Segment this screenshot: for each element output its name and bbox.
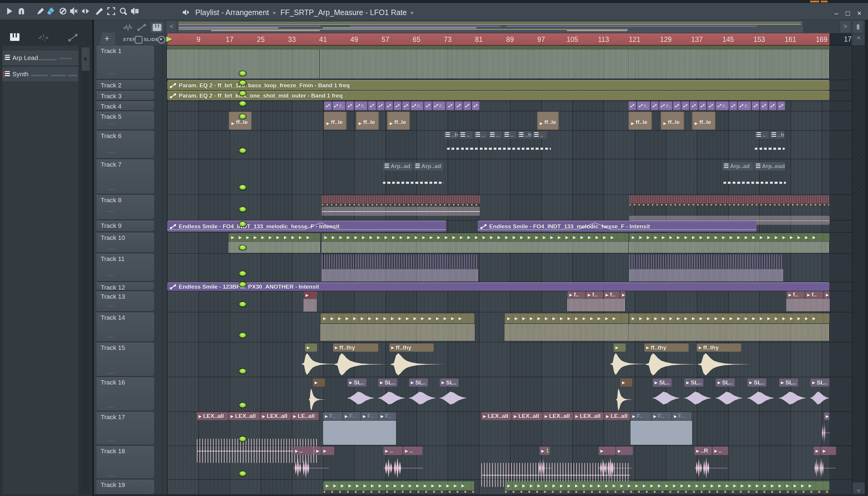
track-header[interactable]: Track 7... — [96, 159, 154, 194]
sample-clip[interactable]: ▶ff..le — [661, 111, 684, 130]
clip-header[interactable]: ▶ff..thy — [333, 343, 378, 352]
waveform-clip[interactable] — [629, 254, 784, 269]
clip-header[interactable]: ▶LEX..all — [512, 412, 542, 420]
track-options-dots[interactable]: ... — [107, 69, 115, 76]
automation-mini-clip[interactable] — [385, 101, 393, 110]
audio-shape-swell[interactable] — [652, 389, 680, 407]
sample-clip[interactable]: ▶ff..le — [692, 111, 715, 130]
track-options-dots[interactable]: ... — [107, 206, 115, 213]
delete-tool-icon[interactable] — [58, 6, 68, 16]
audio-shape-swell[interactable] — [347, 389, 375, 407]
automation-mini-clip[interactable] — [393, 101, 401, 110]
clip-header[interactable]: ▶ — [616, 447, 633, 455]
pattern-item-synth[interactable]: Synth — [2, 67, 78, 81]
clip-header[interactable]: ▶LEX..all — [229, 412, 260, 420]
slip-tool-icon[interactable] — [80, 6, 90, 16]
automation-clip[interactable]: Endless Smile - 123BPM_PX30_ANOTHER - In… — [167, 282, 830, 291]
midi-notes-preview[interactable] — [383, 182, 444, 184]
track-header[interactable]: Track 3 — [96, 91, 154, 100]
audio-shape-swell[interactable] — [778, 389, 806, 407]
scroll-down-button[interactable]: ^ — [852, 482, 865, 494]
scroll-left-button[interactable]: < — [166, 20, 177, 33]
track-mute-led[interactable] — [239, 113, 247, 119]
zoom-handle-button[interactable]: ▮ — [852, 20, 864, 33]
performance-wave-icon[interactable] — [124, 24, 133, 33]
pattern-clip[interactable]: Arp..ad — [383, 162, 413, 171]
waveform-clip[interactable] — [629, 242, 830, 253]
track-header[interactable]: Track 15... — [96, 343, 154, 376]
waveform-clip[interactable] — [320, 49, 629, 78]
sliced-audio-headers[interactable]: ▶▶▶▶▶▶▶▶▶▶▶▶▶▶▶▶▶▶▶▶▶▶▶▶▶ — [629, 313, 830, 323]
waveform-clip[interactable] — [568, 299, 625, 311]
audio-shape-swell[interactable] — [408, 389, 436, 407]
waveform-clip[interactable] — [304, 299, 317, 312]
automation-mini-clip[interactable] — [377, 101, 385, 110]
track-mute-led[interactable] — [239, 436, 247, 442]
sliced-audio-headers[interactable]: ▶▶▶▶▶▶▶▶▶▶▶▶▶▶▶▶▶▶▶▶▶▶▶▶▶▶▶▶▶▶▶▶▶▶▶▶▶▶▶ — [322, 233, 629, 242]
waveform-clip[interactable] — [629, 269, 784, 281]
track-header[interactable]: Track 4 — [96, 101, 154, 110]
audio-shape-crash[interactable] — [309, 387, 326, 412]
slice-tool-icon[interactable] — [94, 6, 104, 16]
automation-mini-clip[interactable] — [629, 101, 636, 110]
track-mute-led[interactable] — [239, 471, 247, 477]
pattern-clip[interactable]: Arp..ad — [722, 162, 754, 171]
clip-header[interactable]: ▶1 — [540, 447, 550, 455]
audio-shape-swell[interactable] — [439, 389, 467, 407]
track-header[interactable]: Track 9 — [96, 221, 154, 231]
picker-tab-audio-icon[interactable] — [38, 33, 49, 43]
slice-markers-row[interactable] — [629, 204, 830, 205]
track-header[interactable]: Track 10... — [96, 233, 154, 252]
clip-header[interactable]: ▶ — [814, 447, 820, 455]
track-header[interactable]: Track 17... — [96, 412, 154, 445]
audio-clip-header[interactable] — [167, 46, 830, 49]
clip-header[interactable]: ▶SL.. — [810, 378, 830, 387]
clip-header[interactable]: ▶F.. — [672, 412, 692, 420]
pattern-clip[interactable]: ..h — [444, 131, 458, 139]
clip-header[interactable]: ▶f.. — [568, 291, 585, 298]
automation-mini-clip[interactable] — [463, 101, 471, 110]
audio-shape-chop[interactable] — [293, 456, 329, 480]
track-options-dots[interactable]: ... — [107, 244, 115, 251]
snap-magnet-tool-icon[interactable] — [16, 6, 27, 16]
clip-header[interactable]: ▶..R — [694, 447, 712, 455]
scroll-right-button[interactable]: > — [840, 20, 851, 33]
waveform-clip[interactable] — [505, 324, 629, 341]
clip-header[interactable]: ▶.. — [383, 447, 403, 455]
clip-header[interactable]: ▶SL.. — [378, 378, 397, 387]
automation-clip[interactable]: Endless Smile - FO4_INDT_133_melodic_hes… — [167, 221, 446, 232]
track-header[interactable]: Track 13... — [96, 291, 154, 311]
waveform-clip[interactable] — [631, 421, 692, 445]
clip-header[interactable]: ▶ — [614, 343, 626, 352]
audio-shape-chop[interactable] — [822, 421, 830, 445]
automation-mini-clip[interactable] — [402, 101, 410, 110]
clip-header[interactable]: ▶ff..thy — [389, 343, 434, 352]
track-options-dots[interactable]: ... — [107, 436, 115, 443]
sample-clip[interactable]: ▶ff..le — [387, 111, 410, 130]
slide-toggle[interactable] — [158, 36, 166, 44]
clip-header[interactable]: ▶f.. — [604, 291, 620, 298]
automation-mini-clip[interactable]: F.. — [332, 101, 345, 110]
audio-shape-crash[interactable] — [645, 352, 699, 377]
timeline-ruler[interactable]: 9172533414957657381899710511312112913714… — [167, 33, 830, 45]
pattern-clip[interactable]: .. — [532, 131, 547, 139]
audio-shape-crash[interactable] — [390, 352, 444, 377]
audio-shape-swell[interactable] — [378, 389, 405, 407]
automation-mini-clip[interactable] — [324, 101, 332, 110]
audio-shape-crash[interactable] — [334, 352, 388, 377]
audio-shape-crash[interactable] — [697, 352, 751, 377]
automation-clip[interactable]: Endless Smile - FO4_INDT_133_melodic_hes… — [478, 221, 757, 232]
waveform-clip[interactable] — [629, 49, 830, 78]
audio-shape-swell[interactable] — [684, 389, 712, 407]
sample-clip[interactable]: ▶ff..le — [324, 111, 346, 130]
waveform-clip[interactable] — [321, 324, 475, 341]
maximize-button[interactable]: □ — [843, 10, 852, 17]
pattern-clip[interactable]: .. — [459, 131, 473, 139]
track-mute-led[interactable] — [239, 402, 247, 408]
clip-header[interactable]: ▶ff..thy — [645, 343, 689, 352]
track-mute-led[interactable] — [239, 245, 247, 250]
automation-mini-clip[interactable]: F.. — [738, 101, 751, 110]
picker-tab-automation-icon[interactable] — [68, 33, 78, 43]
waveform-clip[interactable] — [322, 242, 629, 253]
clip-header[interactable]: ▶ — [322, 447, 334, 455]
